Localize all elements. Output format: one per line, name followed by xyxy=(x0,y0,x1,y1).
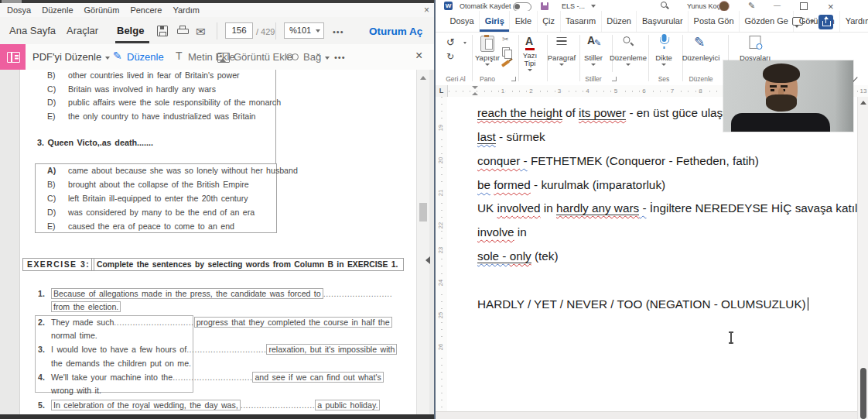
paragraph-button[interactable]: Paragraf xyxy=(548,53,576,62)
add-text-icon[interactable]: T xyxy=(176,50,183,61)
editor-pen-icon: ✎ xyxy=(694,36,705,49)
document-title[interactable]: ELS -... xyxy=(562,2,585,10)
tab-posta-g-n[interactable]: Posta Gön xyxy=(689,11,740,32)
word-document[interactable]: reach the height of its power - en üst g… xyxy=(447,97,857,419)
ruler-number: 22 xyxy=(437,220,445,231)
print-icon[interactable] xyxy=(177,26,188,36)
tab-yard-m[interactable]: Yardım xyxy=(840,11,868,32)
link-icon[interactable] xyxy=(286,53,300,61)
menu-yard-m[interactable]: Yardım xyxy=(173,3,200,17)
pdf-scrollbar-thumb[interactable] xyxy=(419,203,427,222)
editor-button[interactable]: Düzenleyici xyxy=(682,53,720,62)
tab-ba-vurular[interactable]: Başvurular xyxy=(637,11,689,32)
chevron-down-icon[interactable] xyxy=(485,64,490,66)
menu-d-zenle[interactable]: Düzenle xyxy=(42,3,73,17)
tab-giri[interactable]: Giriş xyxy=(480,11,510,32)
nav-tab-ana-sayfa[interactable]: Ana Sayfa xyxy=(9,25,56,36)
share-button[interactable] xyxy=(818,15,833,29)
menu-pencere[interactable]: Pencere xyxy=(130,3,162,17)
tab-d-zen[interactable]: Düzen xyxy=(602,11,637,32)
link-button[interactable]: Bağ xyxy=(303,51,330,63)
chevron-down-icon[interactable] xyxy=(591,5,596,8)
save-icon[interactable] xyxy=(157,26,168,36)
close-edit-bar-icon[interactable]: × xyxy=(415,50,422,62)
tab-tasar-m[interactable]: Tasarım xyxy=(561,11,602,32)
format-painter-icon[interactable] xyxy=(501,60,510,67)
doc-text: HARDLY / YET / NEVER / TOO (NEGATION - O… xyxy=(477,297,806,311)
screen: DosyaDüzenleGörünümPencereYardım × Ana S… xyxy=(0,0,868,419)
doc-line: reach the height of its power - en üst g… xyxy=(477,105,745,122)
word-scrollbar[interactable] xyxy=(857,97,868,419)
maximize-icon[interactable] xyxy=(800,2,808,10)
word-scrollbar-thumb[interactable] xyxy=(860,368,866,419)
undo-icon[interactable]: ↺ xyxy=(446,37,455,47)
chevron-down-icon[interactable] xyxy=(591,64,596,66)
scroll-up-icon[interactable] xyxy=(860,101,866,105)
dialog-launcher-icon[interactable] xyxy=(612,77,617,81)
reuse-files-icon xyxy=(750,36,761,49)
acrobat-edit-toolbar: PDF'yi Düzenle ✎ Düzenle T Metin Ekle Gö… xyxy=(0,44,434,70)
chevron-down-icon[interactable] xyxy=(528,69,532,71)
tab-selector[interactable]: L xyxy=(436,85,448,97)
close-icon[interactable]: × xyxy=(424,3,429,17)
save-icon[interactable] xyxy=(541,2,548,10)
edit-pdf-dropdown[interactable]: PDF'yi Düzenle xyxy=(32,51,110,63)
chevron-down-icon[interactable] xyxy=(661,64,666,66)
tab-ekle[interactable]: Ekle xyxy=(510,11,537,32)
avatar[interactable] xyxy=(719,1,730,12)
cut-icon[interactable]: ✂ xyxy=(502,36,508,43)
vertical-ruler[interactable]: 1920212223242526 xyxy=(436,97,448,419)
mouse-cursor-ibeam xyxy=(727,331,735,345)
editing-button[interactable]: Düzenleme xyxy=(610,53,647,62)
tab-iz[interactable]: Çiz xyxy=(538,11,561,32)
scroll-up-icon[interactable] xyxy=(420,76,426,80)
edit-button[interactable]: Düzenle xyxy=(127,51,164,63)
indent-marker-icon[interactable] xyxy=(471,86,478,96)
webcam-overlay xyxy=(723,60,853,132)
add-image-icon[interactable] xyxy=(217,53,230,63)
option-label: B) xyxy=(47,180,68,190)
word-logo-icon: W xyxy=(444,2,453,10)
edit-pen-icon[interactable]: ✎ xyxy=(113,50,122,61)
dotted-blank: .............................. xyxy=(114,318,193,327)
sign-in-button[interactable]: Oturum Aç xyxy=(369,26,422,37)
page-number-input[interactable]: 156 xyxy=(225,22,253,39)
nav-tab-belge[interactable]: Belge xyxy=(117,25,144,36)
pdf-scrollbar[interactable] xyxy=(416,70,429,414)
paste-button[interactable]: Yapıştır xyxy=(475,53,500,62)
add-image-button[interactable]: Görüntü Ekle xyxy=(234,51,292,63)
minimize-icon[interactable]: — xyxy=(774,2,781,9)
search-icon[interactable] xyxy=(661,2,669,10)
exercise-sentence: 2.They made such........................… xyxy=(38,318,392,328)
redo-icon[interactable]: ↻ xyxy=(446,52,454,61)
menu-dosya[interactable]: Dosya xyxy=(7,3,31,17)
menu-g-r-n-m[interactable]: Görünüm xyxy=(84,3,120,17)
ink-pen-icon[interactable]: ✎ xyxy=(748,2,755,10)
more-tools-icon[interactable]: ••• xyxy=(333,28,344,36)
paste-icon[interactable] xyxy=(480,36,494,52)
more-edit-tools-icon[interactable]: ••• xyxy=(334,53,346,62)
chevron-down-icon[interactable] xyxy=(463,42,466,44)
tab-g-zden-ge[interactable]: Gözden Ge xyxy=(740,11,794,32)
chevron-down-icon[interactable] xyxy=(559,64,564,66)
sentence-text: a public holiday. xyxy=(315,400,380,410)
comments-icon[interactable] xyxy=(792,17,803,26)
styles-pen-icon: ✎ xyxy=(594,39,601,47)
dictate-button[interactable]: Dikte xyxy=(655,53,672,62)
email-icon[interactable]: ✉ xyxy=(196,26,206,37)
tab-dosya[interactable]: Dosya xyxy=(445,11,480,32)
font-button[interactable]: Yazı Tipi xyxy=(517,52,543,67)
nav-tab-ara-lar[interactable]: Araçlar xyxy=(67,25,98,36)
collapse-panel-icon[interactable] xyxy=(425,256,430,264)
edit-pdf-panel-button[interactable] xyxy=(0,44,26,70)
chevron-down-icon[interactable] xyxy=(626,64,630,66)
zoom-input[interactable]: %101 xyxy=(284,22,324,39)
copy-icon[interactable] xyxy=(502,47,510,57)
chevron-down-icon[interactable] xyxy=(316,29,320,33)
chevron-down-icon[interactable] xyxy=(810,20,815,23)
dialog-launcher-icon[interactable] xyxy=(511,77,516,81)
microphone-icon xyxy=(658,34,670,50)
doc-text: only xyxy=(510,249,531,263)
styles-button[interactable]: Stiller xyxy=(584,53,603,62)
font-icon: A xyxy=(525,36,533,46)
